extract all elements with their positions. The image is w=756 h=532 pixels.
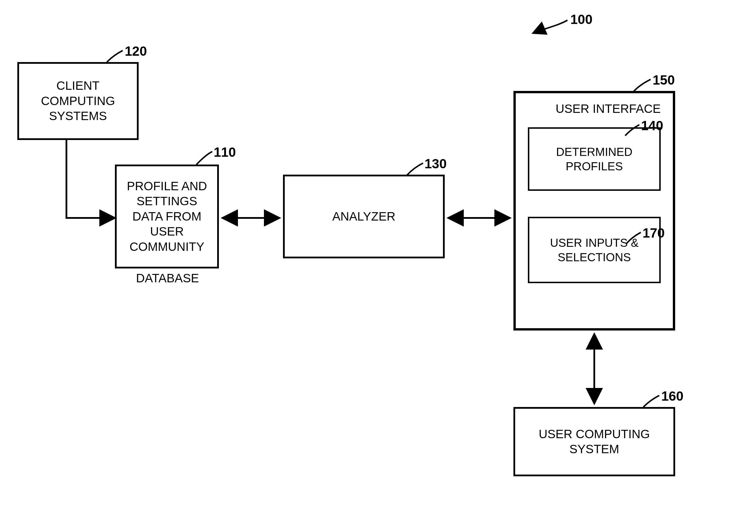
- label-database: DATABASE: [133, 271, 202, 285]
- box-user-inputs-selections: USER INPUTS & SELECTIONS: [528, 217, 661, 283]
- profiles-label: DETERMINED PROFILES: [556, 145, 633, 173]
- ref-usercomp: 160: [661, 388, 684, 404]
- ref-system: 100: [570, 12, 593, 27]
- box-determined-profiles: DETERMINED PROFILES: [528, 127, 661, 191]
- leader-130: [407, 163, 423, 175]
- leader-110: [196, 151, 212, 165]
- box-analyzer: ANALYZER: [283, 174, 445, 258]
- box-client-computing-systems: CLIENT COMPUTING SYSTEMS: [17, 62, 139, 140]
- box-database: PROFILE AND SETTINGS DATA FROM USER COMM…: [115, 165, 219, 268]
- ref-profiles: 140: [641, 118, 663, 133]
- box-client-label: CLIENT COMPUTING SYSTEMS: [41, 78, 115, 124]
- leader-100: [533, 20, 567, 33]
- ref-inputs: 170: [642, 225, 665, 241]
- box-user-computing-system: USER COMPUTING SYSTEM: [513, 407, 675, 476]
- leader-120: [107, 50, 123, 62]
- box-analyzer-label: ANALYZER: [332, 209, 395, 224]
- box-database-label: PROFILE AND SETTINGS DATA FROM USER COMM…: [127, 179, 207, 254]
- usercomp-label: USER COMPUTING SYSTEM: [539, 427, 650, 457]
- inputs-label: USER INPUTS & SELECTIONS: [550, 235, 639, 264]
- ref-analyzer: 130: [424, 156, 447, 172]
- leader-160: [643, 395, 659, 407]
- ui-title: USER INTERFACE: [522, 102, 661, 116]
- ref-database: 110: [214, 144, 236, 160]
- diagram-canvas: CLIENT COMPUTING SYSTEMS 120 PROFILE AND…: [0, 0, 756, 532]
- arrow-client-to-database: [67, 140, 115, 218]
- ref-ui: 150: [653, 72, 675, 88]
- ref-client: 120: [125, 43, 147, 59]
- leader-150: [634, 79, 651, 91]
